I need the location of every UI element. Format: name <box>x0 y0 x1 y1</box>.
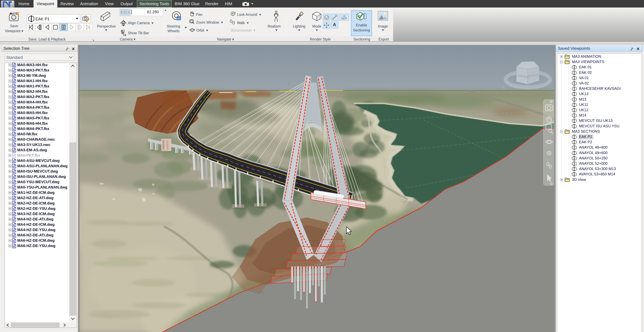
svg-text:S: S <box>502 85 505 90</box>
svg-text:E: E <box>548 82 551 86</box>
